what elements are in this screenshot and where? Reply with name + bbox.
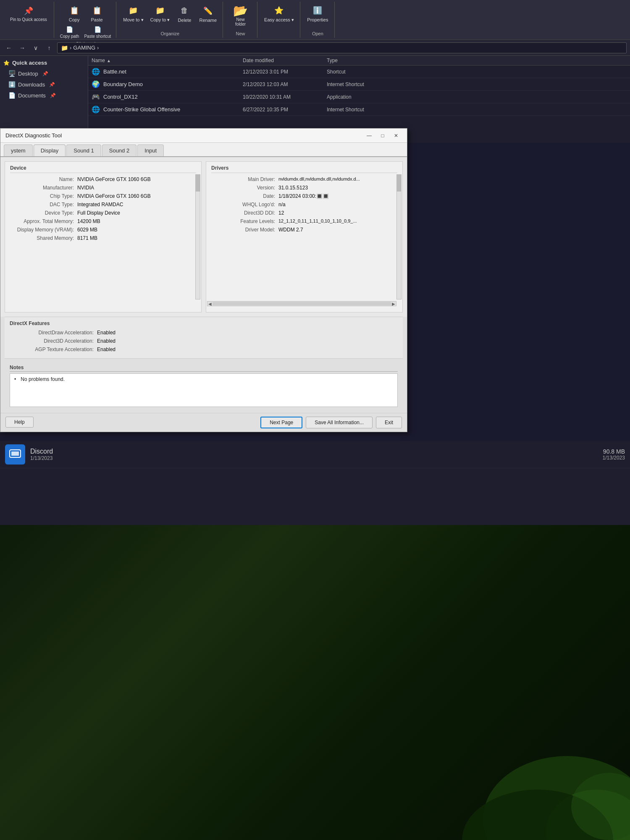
clipboard-top-row: 📋 Copy 📋 Paste [64,3,108,24]
svg-point-0 [483,756,630,840]
ribbon-group-clipboard: 📋 Copy 📋 Paste 📄 Copy path 📄 Paste short… [55,2,117,38]
sidebar-item-downloads[interactable]: ⬇️ Downloads 📌 [0,79,88,90]
help-button[interactable]: Help [5,417,34,428]
control-icon: 🎮 [92,93,100,101]
dxdiag-buttons: Help Next Page Save All Information... E… [0,413,407,432]
file-name-boundary: 🌍 Boundary Demo [92,80,243,88]
field-date: Date: 1/18/2024 03:00:🔳🔳 [211,193,397,199]
field-feature-levels: Feature Levels: 12_1,12_0,11_1,11_0,10_1… [211,218,397,224]
field-whql: WHQL Logo'd: n/a [211,202,397,207]
rename-icon: ✏️ [202,5,214,17]
sidebar-item-quick-access[interactable]: ⭐ Quick access [0,58,88,68]
minimize-button[interactable]: — [363,131,375,140]
file-row-battlenet[interactable]: 🌐 Battle.net 12/12/2023 3:01 PM Shortcut [88,66,630,78]
sidebar-item-documents[interactable]: 📄 Documents 📌 [0,90,88,101]
ribbon-group-new: 📂 Newfolder New [224,2,257,38]
drivers-panel-scrollbar[interactable] [396,174,402,299]
back-button[interactable]: ← [3,42,14,53]
device-panel-scrollbar[interactable] [195,174,200,299]
breadcrumb[interactable]: 📁 › GAMING › [57,42,627,53]
drivers-scroll-thumb[interactable] [397,175,401,192]
field-vram: Display Memory (VRAM): 6029 MB [10,227,196,233]
hscroll-left-arrow[interactable]: ◀ [207,302,213,306]
paste-shortcut-button[interactable]: 📄 Paste shortcut [82,24,113,39]
copy-path-icon: 📄 [66,25,74,34]
tab-system[interactable]: ystem [4,144,33,156]
column-name[interactable]: Name ▲ [92,58,243,63]
file-row-csgo[interactable]: 🌐 Counter-Strike Global Offensive 6/27/2… [88,103,630,116]
file-name-control: 🎮 Control_DX12 [92,93,243,101]
field-chip-type: Chip Type: NVIDIA GeForce GTX 1060 6GB [10,193,196,199]
new-folder-button[interactable]: 📂 Newfolder [230,3,251,28]
paste-icon: 📋 [91,5,103,16]
ribbon: 📌 Pin to Quick access 📋 Copy 📋 Paste 📄 [0,0,630,40]
device-panel-title: Device [10,165,196,173]
copy-icon: 📋 [68,5,80,16]
field-dac-type: DAC Type: Integrated RAMDAC [10,202,196,207]
delete-button[interactable]: 🗑 Delete [174,4,195,24]
file-row-control[interactable]: 🎮 Control_DX12 10/22/2020 10:31 AM Appli… [88,91,630,103]
easy-access-icon: ⭐ [273,5,285,16]
next-page-button[interactable]: Next Page [260,417,302,428]
properties-button[interactable]: ℹ️ Properties [304,3,331,24]
move-to-button[interactable]: 📁 Move to ▾ [121,3,146,24]
file-list-header: Name ▲ Date modified Type [88,56,630,66]
feature-directdraw: DirectDraw Acceleration: Enabled [10,330,398,336]
dxdiag-tabs: ystem Display Sound 1 Sound 2 Input [0,143,407,157]
csgo-type: Internet Shortcut [327,107,402,113]
boundary-date: 2/12/2023 12:03 AM [243,81,327,87]
desktop-background [0,525,630,840]
maximize-button[interactable]: □ [377,131,388,140]
svg-rect-5 [11,452,19,456]
discord-filename: Discord [30,448,598,455]
close-button[interactable]: ✕ [390,131,402,140]
control-date: 10/22/2020 10:31 AM [243,94,327,100]
field-main-driver: Main Driver: nvldumdx.dll,nvldumdx.dll,n… [211,176,397,182]
device-scroll-thumb[interactable] [196,175,200,192]
csgo-date: 6/27/2022 10:35 PM [243,107,327,113]
tab-display[interactable]: Display [34,144,66,156]
recent-button[interactable]: ∨ [30,42,41,53]
paste-button[interactable]: 📋 Paste [87,3,108,24]
forward-button[interactable]: → [17,42,28,53]
save-all-information-button[interactable]: Save All Information... [306,417,373,428]
battlenet-type: Shortcut [327,69,402,75]
file-row-boundary[interactable]: 🌍 Boundary Demo 2/12/2023 12:03 AM Inter… [88,78,630,91]
ribbon-group-pin: 📌 Pin to Quick access [3,2,54,38]
copy-button[interactable]: 📋 Copy [64,3,85,24]
copy-to-button[interactable]: 📁 Copy to ▾ [148,3,173,24]
ribbon-group-properties: ℹ️ Properties Open [301,2,335,38]
exit-button[interactable]: Exit [376,417,402,428]
control-type: Application [327,94,402,100]
field-total-memory: Approx. Total Memory: 14200 MB [10,218,196,224]
rename-button[interactable]: ✏️ Rename [197,4,219,24]
boundary-type: Internet Shortcut [327,81,402,87]
tab-sound2[interactable]: Sound 2 [102,144,136,156]
move-to-icon: 📁 [127,5,139,16]
field-d3d-ddi: Direct3D DDI: 12 [211,210,397,216]
sidebar-item-desktop[interactable]: 🖥️ Desktop 📌 [0,68,88,79]
hscroll-track [213,302,391,305]
tab-sound1[interactable]: Sound 1 [66,144,101,156]
column-date-modified[interactable]: Date modified [243,58,327,63]
easy-access-button[interactable]: ⭐ Easy access ▾ [262,3,297,24]
bottom-file-row-discord[interactable]: Discord 1/13/2023 90.8 MB 1/13/2023 [0,441,630,468]
column-type[interactable]: Type [327,58,402,63]
dx-notes-content: • No problems found. [10,373,398,407]
hscroll-right-arrow[interactable]: ▶ [391,302,396,306]
ribbon-group-easy-access: ⭐ Easy access ▾ [258,2,300,38]
field-manufacturer: Manufacturer: NVIDIA [10,185,196,191]
pin-to-quick-access-button[interactable]: 📌 Pin to Quick access [7,3,50,24]
dxdiag-main-content: Device Name: NVIDIA GeForce GTX 1060 6GB… [0,157,407,317]
bottom-file-area: Discord 1/13/2023 90.8 MB 1/13/2023 [0,441,630,525]
copy-path-button[interactable]: 📄 Copy path [58,24,81,39]
tab-input[interactable]: Input [137,144,164,156]
drivers-hscrollbar[interactable]: ◀ ▶ [207,301,396,306]
field-name: Name: NVIDIA GeForce GTX 1060 6GB [10,176,196,182]
dxdiag-window: DirectX Diagnostic Tool — □ ✕ ystem Disp… [0,128,407,432]
csgo-icon: 🌐 [92,105,100,113]
up-button[interactable]: ↑ [44,42,55,53]
svg-point-3 [571,773,630,840]
file-name-csgo: 🌐 Counter-Strike Global Offensive [92,105,243,113]
drivers-panel: Drivers Main Driver: nvldumdx.dll,nvldum… [206,161,403,312]
